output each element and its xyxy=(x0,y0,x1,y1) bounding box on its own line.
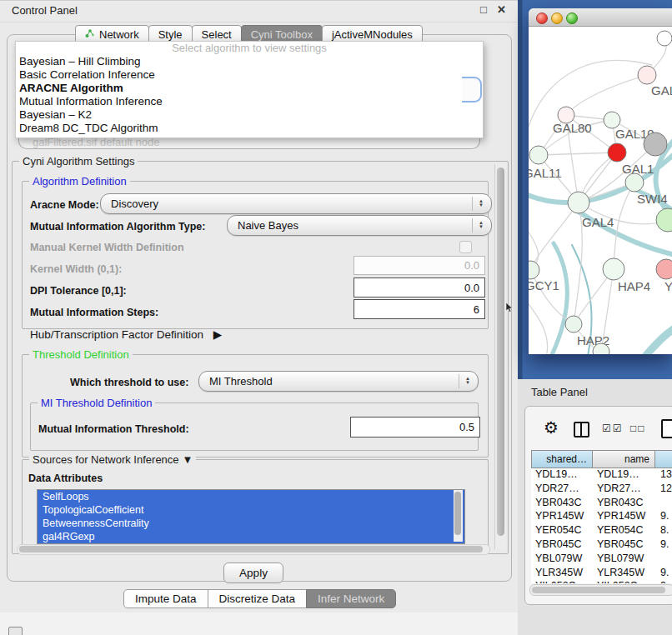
table-cell[interactable]: 8. xyxy=(656,524,672,538)
settings-vertical-scrollbar[interactable] xyxy=(494,164,506,549)
network-node-gal11[interactable] xyxy=(529,146,548,164)
table-cell[interactable]: YBR045C xyxy=(531,538,593,552)
table-row[interactable]: YER054CYER054C8. xyxy=(531,524,672,538)
table-row[interactable]: YLR345WYLR345W9. xyxy=(531,567,672,581)
network-node-gal10[interactable] xyxy=(604,112,620,128)
data-attributes-list[interactable]: SelfLoopsTopologicalCoefficientBetweenne… xyxy=(37,489,465,544)
network-node[interactable] xyxy=(644,132,667,156)
table-cell[interactable]: YIL052C xyxy=(531,580,593,583)
kernel-width-field[interactable]: 0.0 xyxy=(354,256,485,275)
table-cell[interactable]: 9. xyxy=(656,538,672,552)
table-cell[interactable]: YLR345W xyxy=(593,567,656,581)
attribute-list-item[interactable]: gal4RGexp xyxy=(38,530,464,543)
table-row[interactable]: YBL079WYBL079W xyxy=(531,552,672,567)
algorithm-option[interactable]: Mutual Information Inference xyxy=(16,95,483,108)
table-hscroll-thumb[interactable] xyxy=(532,587,665,593)
network-node-gal1[interactable] xyxy=(608,143,626,162)
algorithm-option[interactable]: ARACNE Algorithm xyxy=(16,82,483,95)
settings-horizontal-scrollbar[interactable] xyxy=(17,544,490,555)
table-cell[interactable]: YPR145W xyxy=(531,510,593,524)
table-cell[interactable]: YBL079W xyxy=(531,552,593,567)
attribute-list-item[interactable]: BetweennessCentrality xyxy=(38,517,464,530)
network-canvas[interactable]: GAL7GAL80GAL10GAL1GAL11SWI4GAL4GCY1HAP4Y… xyxy=(529,27,672,354)
float-window-icon[interactable]: □ xyxy=(480,3,487,16)
column-header-shared[interactable]: shared… xyxy=(531,450,593,468)
attributes-scroll-thumb[interactable] xyxy=(454,492,461,535)
table-cell[interactable]: YER054C xyxy=(531,524,593,538)
apply-button[interactable]: Apply xyxy=(223,562,283,583)
table-cell[interactable]: YBL079W xyxy=(593,552,656,567)
minimize-traffic-light[interactable] xyxy=(551,12,563,24)
settings-hscroll-thumb[interactable] xyxy=(19,546,483,552)
table-cell[interactable]: YPR145W xyxy=(593,510,656,524)
algorithm-option[interactable]: Basic Correlation Inference xyxy=(16,68,483,82)
network-node-swi4[interactable] xyxy=(625,173,644,192)
table-cell[interactable]: YBR043C xyxy=(593,497,656,511)
aracne-mode-combo[interactable]: Discovery ▲▼ xyxy=(100,193,492,214)
close-window-icon[interactable]: ✕ xyxy=(497,3,506,16)
table-row[interactable]: YBR043CYBR043C xyxy=(531,497,672,511)
column-header-partial[interactable] xyxy=(654,450,672,468)
table-cell[interactable]: 9. xyxy=(656,510,672,524)
attribute-list-item[interactable]: SelfLoops xyxy=(38,490,464,503)
table-row[interactable]: YPR145WYPR145W9. xyxy=(531,510,672,524)
table-cell[interactable]: YDL19… xyxy=(593,468,656,482)
mi-threshold-field[interactable]: 0.5 xyxy=(350,417,480,438)
table-cell[interactable]: YIL052C xyxy=(593,580,656,583)
network-node-gal7[interactable] xyxy=(638,66,656,84)
table-cell[interactable]: 12 xyxy=(656,482,672,497)
table-cell[interactable]: YBR043C xyxy=(531,497,593,511)
table-row[interactable]: YBR045CYBR045C9. xyxy=(531,538,672,552)
algorithm-option[interactable]: Dream8 DC_TDC Algorithm xyxy=(16,122,483,135)
algorithm-option[interactable]: Bayesian – Hill Climbing xyxy=(16,55,483,68)
deselect-all-icon[interactable]: □□ xyxy=(630,422,646,434)
which-threshold-combo[interactable]: MI Threshold ▲▼ xyxy=(198,371,479,392)
minimized-panel-icon[interactable] xyxy=(8,627,23,635)
table-row[interactable]: YDR27…YDR27…12 xyxy=(531,482,672,497)
table-cell[interactable]: 9. xyxy=(656,567,672,581)
network-node[interactable] xyxy=(656,208,672,232)
network-node-gal4[interactable] xyxy=(568,192,589,213)
table-cell[interactable]: YDR27… xyxy=(593,482,656,497)
hub-definition-expander[interactable]: Hub/Transcription Factor Definition ▶ xyxy=(30,328,222,341)
settings-scroll-thumb[interactable] xyxy=(497,168,504,536)
tab-impute-data[interactable]: Impute Data xyxy=(123,589,208,608)
network-node-y[interactable] xyxy=(656,259,672,279)
mi-type-combo[interactable]: Naive Bayes ▲▼ xyxy=(227,215,492,236)
table-cell[interactable] xyxy=(656,497,672,511)
table-cell[interactable]: YBR045C xyxy=(593,538,656,552)
dpi-tolerance-field[interactable]: 0.0 xyxy=(354,278,485,298)
attribute-list-item[interactable]: TopologicalCoefficient xyxy=(38,503,464,517)
mi-steps-field[interactable]: 6 xyxy=(354,299,485,319)
table-cell[interactable]: 13 xyxy=(656,468,672,482)
table-row[interactable]: YDL19…YDL19…13 xyxy=(531,468,672,482)
algorithm-dropdown-popup: Select algorithm to view settings Bayesi… xyxy=(15,41,484,138)
attributes-scrollbar[interactable] xyxy=(454,490,463,542)
gear-icon[interactable]: ⚙ xyxy=(544,418,559,438)
table-cell[interactable]: YLR345W xyxy=(531,567,593,581)
network-node[interactable] xyxy=(657,31,672,46)
table-cell[interactable]: YDL19… xyxy=(531,468,593,482)
network-window-titlebar[interactable] xyxy=(529,8,672,27)
table-cell[interactable] xyxy=(656,552,672,567)
table-row[interactable]: YIL052CYIL052C9. xyxy=(531,580,672,583)
column-header-name[interactable]: name xyxy=(592,450,655,468)
network-node-hap2[interactable] xyxy=(565,316,582,332)
table-cell[interactable]: YDR27… xyxy=(531,482,593,497)
table-cell[interactable]: 9. xyxy=(656,580,672,583)
tab-infer-network[interactable]: Infer Network xyxy=(306,589,396,608)
manual-kernel-checkbox[interactable] xyxy=(459,241,472,253)
table-cell[interactable]: YER054C xyxy=(593,524,656,538)
network-node-gcy1[interactable] xyxy=(529,261,539,279)
network-node-hap4[interactable] xyxy=(603,258,624,280)
expand-right-icon[interactable]: ▶ xyxy=(213,328,222,341)
collapse-down-icon[interactable]: ▼ xyxy=(183,453,193,466)
table-horizontal-scrollbar[interactable] xyxy=(529,584,672,596)
close-traffic-light[interactable] xyxy=(536,12,548,24)
select-all-icon[interactable]: ☑☑ xyxy=(602,422,624,434)
function-builder-icon[interactable] xyxy=(661,419,672,438)
zoom-traffic-light[interactable] xyxy=(566,12,578,24)
split-columns-icon[interactable] xyxy=(574,422,589,438)
algorithm-option[interactable]: Bayesian – K2 xyxy=(16,108,483,122)
tab-discretize-data[interactable]: Discretize Data xyxy=(208,589,308,608)
